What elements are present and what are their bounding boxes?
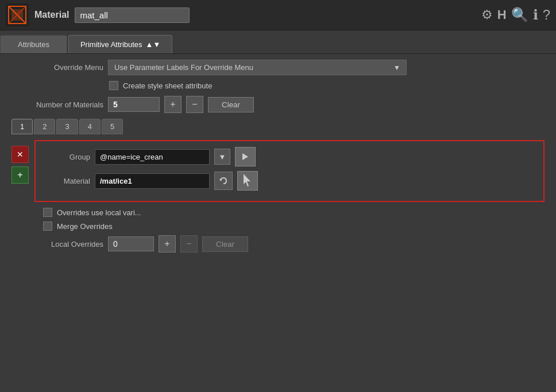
delete-icon: ✕: [17, 150, 24, 159]
material-row: Material: [44, 171, 535, 191]
style-sheet-label: Create style sheet attribute: [123, 81, 212, 90]
undo-button[interactable]: [214, 172, 233, 190]
num-materials-minus-button[interactable]: −: [186, 96, 203, 113]
tab-num-2[interactable]: 2: [34, 119, 55, 134]
bottom-rows: Overrides use local vari... Merge Overri…: [11, 208, 545, 253]
local-overrides-clear-button[interactable]: Clear: [202, 236, 248, 252]
svg-marker-5: [242, 153, 248, 160]
delete-button[interactable]: ✕: [11, 146, 29, 163]
overrides-local-row: Overrides use local vari...: [43, 208, 545, 217]
tab-num-5[interactable]: 5: [102, 119, 123, 134]
num-materials-clear-button[interactable]: Clear: [208, 97, 254, 112]
group-dropdown-button[interactable]: ▼: [214, 149, 230, 165]
overrides-local-label: Overrides use local vari...: [57, 208, 141, 217]
local-overrides-plus-button[interactable]: +: [159, 235, 176, 253]
override-menu-select[interactable]: Use Parameter Labels For Override Menu ▼: [108, 60, 407, 75]
add-button[interactable]: +: [11, 166, 29, 184]
num-materials-row: Number of Materials + − Clear: [11, 96, 545, 113]
group-panel: Group ▼ Material: [34, 140, 545, 202]
style-sheet-checkbox[interactable]: [109, 81, 118, 90]
local-overrides-minus-button[interactable]: −: [180, 235, 198, 253]
undo-icon: [218, 176, 229, 186]
material-input[interactable]: [95, 173, 210, 189]
group-arrow-button[interactable]: [235, 147, 256, 166]
app-title: Material: [34, 10, 69, 20]
main-panel: ✕ + Group ▼ Material: [11, 140, 545, 202]
override-menu-label: Override Menu: [11, 63, 103, 72]
info-icon[interactable]: ℹ: [533, 7, 538, 23]
group-row: Group ▼: [44, 147, 535, 166]
tab-num-3[interactable]: 3: [56, 119, 78, 134]
group-label: Group: [44, 153, 90, 161]
material-label: Material: [44, 177, 90, 185]
search-icon[interactable]: 🔍: [511, 7, 528, 23]
local-overrides-label: Local Overrides: [11, 240, 103, 249]
app-logo: [6, 3, 29, 26]
merge-overrides-label: Merge Overrides: [57, 222, 113, 231]
node-name-input[interactable]: [75, 7, 190, 23]
merge-overrides-checkbox[interactable]: [43, 222, 52, 231]
left-controls: ✕ +: [11, 140, 29, 202]
title-icons: ⚙ H 🔍 ℹ ?: [481, 7, 550, 23]
merge-overrides-row: Merge Overrides: [43, 222, 545, 231]
tab-numbers-bar: 1 2 3 4 5: [11, 119, 545, 134]
tab-num-4[interactable]: 4: [79, 119, 101, 134]
chevron-down-icon: ▼: [393, 64, 400, 72]
num-materials-input[interactable]: [108, 97, 160, 112]
svg-marker-7: [244, 174, 250, 187]
title-bar: Material ⚙ H 🔍 ℹ ?: [0, 0, 556, 30]
pick-icon: [241, 173, 254, 189]
arrow-right-icon: [240, 152, 250, 162]
help-icon[interactable]: ?: [543, 7, 550, 23]
tab-attributes[interactable]: Attributes: [0, 35, 67, 53]
tab-bar: Attributes Primitive Attributes ▲▼: [0, 30, 556, 54]
local-overrides-input[interactable]: [108, 236, 154, 251]
content-area: Override Menu Use Parameter Labels For O…: [0, 54, 556, 263]
overrides-local-checkbox[interactable]: [43, 208, 52, 217]
num-materials-plus-button[interactable]: +: [164, 96, 182, 113]
num-materials-label: Number of Materials: [11, 100, 103, 109]
gear-icon[interactable]: ⚙: [481, 7, 493, 22]
style-sheet-row: Create style sheet attribute: [109, 81, 545, 90]
local-overrides-row: Local Overrides + − Clear: [11, 235, 545, 253]
add-icon: +: [17, 170, 22, 180]
group-input[interactable]: [95, 149, 210, 165]
h-icon[interactable]: H: [497, 7, 507, 22]
tab-primitive-attributes[interactable]: Primitive Attributes ▲▼: [68, 35, 172, 53]
tab-num-1[interactable]: 1: [11, 119, 33, 134]
override-menu-row: Override Menu Use Parameter Labels For O…: [11, 60, 545, 75]
pick-button[interactable]: [237, 171, 258, 191]
